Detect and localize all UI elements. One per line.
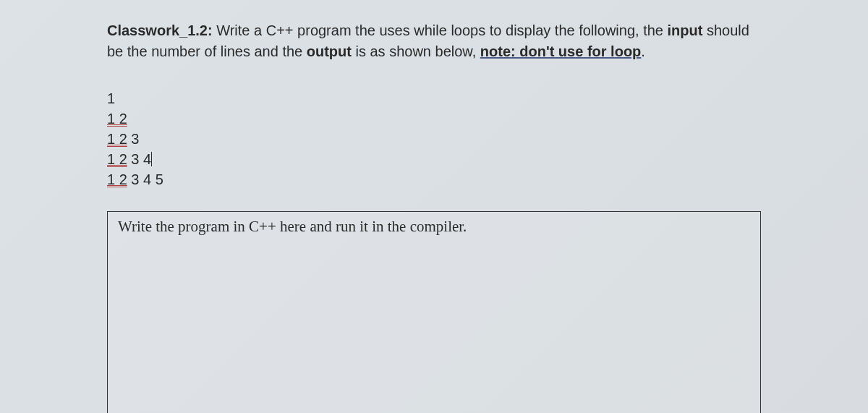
output-text: 3 4 5	[127, 171, 163, 187]
answer-input-box[interactable]: Write the program in C++ here and run it…	[107, 211, 761, 413]
answer-prompt-text: Write the program in C++ here and run it…	[118, 218, 467, 235]
title-period: .	[641, 43, 645, 59]
title-desc-1: Write a C++ program the uses while loops…	[213, 22, 668, 38]
text-cursor-icon	[151, 152, 152, 166]
output-text: 1 2	[107, 131, 127, 147]
title-desc-3: is as shown below,	[352, 43, 480, 59]
output-line-5: 1 2 3 4 5	[107, 169, 761, 190]
output-line-3: 1 2 3	[107, 129, 761, 149]
output-text: 1	[107, 90, 115, 106]
output-line-1: 1	[107, 88, 761, 108]
title-output-word: output	[307, 43, 352, 59]
title-input-word: input	[668, 22, 703, 38]
output-line-2: 1 2	[107, 108, 761, 129]
output-text: 3 4	[127, 151, 151, 167]
title-note: note: don't use for loop	[480, 43, 642, 59]
output-text: 1 2	[107, 171, 127, 187]
output-text: 1 2	[107, 151, 127, 167]
output-text: 3	[127, 131, 140, 147]
sample-output: 1 1 2 1 2 3 1 2 3 4 1 2 3 4 5	[107, 88, 761, 190]
title-label: Classwork_1.2:	[107, 22, 213, 38]
output-text: 1 2	[107, 111, 127, 127]
classwork-title: Classwork_1.2: Write a C++ program the u…	[107, 20, 761, 62]
output-line-4: 1 2 3 4	[107, 149, 761, 169]
